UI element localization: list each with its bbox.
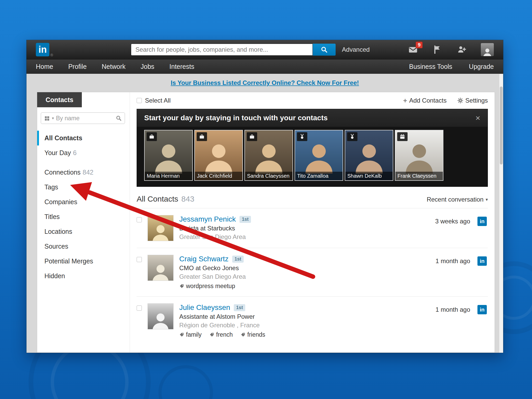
- advanced-search-link[interactable]: Advanced: [342, 46, 370, 53]
- nav-item-home[interactable]: Home: [36, 63, 53, 70]
- contact-tag[interactable]: wordpress meetup: [179, 283, 235, 290]
- contact-avatar: [148, 255, 174, 281]
- select-all-checkbox[interactable]: [137, 98, 142, 103]
- nav-left: Home Profile Network Jobs Interests: [36, 63, 194, 70]
- list-toolbar: Select All + Add Contacts Settings: [137, 92, 488, 109]
- linkedin-top-bar: in ® Advanced 9: [26, 40, 503, 59]
- promo-banner-link[interactable]: Is Your Business Listed Correctly Online…: [171, 79, 359, 87]
- contact-location: Greater San Diego Area: [179, 233, 251, 241]
- hero-contact-card[interactable]: Jack Critchfield: [194, 130, 243, 181]
- medal-icon: [297, 132, 307, 141]
- nav-item-jobs[interactable]: Jobs: [141, 63, 154, 70]
- contact-checkbox[interactable]: [137, 257, 142, 262]
- contact-meta: 3 weeks ago in: [435, 215, 488, 226]
- nav-right: Business Tools Upgrade: [409, 63, 494, 70]
- global-search: Advanced: [131, 44, 370, 56]
- list-count: 843: [181, 195, 194, 203]
- sidebar-item-sources[interactable]: Sources: [37, 239, 130, 254]
- linkedin-profile-icon[interactable]: in: [477, 305, 487, 314]
- contact-row[interactable]: Julie Claeyssen 1st Assistante at Alstom…: [137, 296, 488, 345]
- nav-item-profile[interactable]: Profile: [68, 63, 87, 70]
- sidebar-item-companies[interactable]: Companies: [37, 195, 130, 209]
- contact-name-link[interactable]: Julie Claeyssen: [179, 303, 230, 312]
- contacts-sidebar: Contacts ▾ All Contacts Your Day6: [37, 92, 130, 353]
- contact-row[interactable]: Craig Schwartz 1st CMO at Gecko Jones Gr…: [137, 248, 488, 296]
- contact-checkbox[interactable]: [137, 217, 142, 222]
- sidebar-item-your-day[interactable]: Your Day6: [37, 145, 130, 160]
- sidebar-item-locations[interactable]: Locations: [37, 224, 130, 239]
- main-navigation: Home Profile Network Jobs Interests Busi…: [26, 59, 503, 74]
- nav-item-interests[interactable]: Interests: [169, 63, 194, 70]
- search-icon[interactable]: [116, 115, 122, 121]
- hero-contact-card[interactable]: Frank Claeyssen: [395, 130, 443, 181]
- tag-icon: [179, 284, 184, 289]
- select-all-label: Select All: [145, 97, 171, 104]
- contact-headline: Barista at Starbucks: [179, 225, 251, 232]
- hero-contact-card[interactable]: Shawn DeKalb: [345, 130, 393, 181]
- contact-photo: [403, 140, 436, 174]
- scrollbar-thumb[interactable]: [500, 87, 503, 164]
- hero-contact-card[interactable]: Sandra Claeyssen: [244, 130, 293, 181]
- global-search-input[interactable]: [131, 44, 313, 56]
- search-button[interactable]: [313, 44, 336, 56]
- contact-location: Région de Grenoble , France: [179, 322, 265, 329]
- chevron-down-icon[interactable]: ▾: [52, 116, 54, 121]
- profile-avatar[interactable]: [481, 43, 494, 56]
- contact-checkbox[interactable]: [137, 305, 142, 311]
- search-icon: [321, 46, 328, 53]
- sort-dropdown[interactable]: Recent conversation ▾: [427, 196, 488, 203]
- sidebar-item-connections[interactable]: Connections842: [37, 165, 130, 180]
- contacts-tab[interactable]: Contacts: [37, 92, 82, 107]
- linkedin-logo[interactable]: in: [36, 43, 49, 56]
- list-title: All Contacts: [137, 195, 178, 203]
- linkedin-profile-icon[interactable]: in: [477, 256, 487, 266]
- contact-headline: Assistante at Alstom Power: [179, 313, 265, 320]
- last-contact-time: 3 weeks ago: [435, 218, 470, 225]
- plus-icon: +: [403, 97, 407, 105]
- degree-badge: 1st: [232, 256, 244, 263]
- add-connection-icon[interactable]: [456, 45, 467, 54]
- contact-row[interactable]: Jessamyn Penick 1st Barista at Starbucks…: [137, 208, 488, 248]
- flag-icon[interactable]: [432, 45, 443, 54]
- your-day-tiles: Maria Herman Jack Critchfield Sandra Cla: [137, 127, 488, 187]
- messages-icon[interactable]: 9: [408, 45, 418, 54]
- contacts-main: Select All + Add Contacts Settings: [130, 92, 495, 353]
- byname-search-input[interactable]: [56, 115, 114, 122]
- hero-contact-card[interactable]: Tito Zamalloa: [295, 130, 343, 181]
- degree-badge: 1st: [240, 216, 251, 223]
- contact-tag[interactable]: french: [209, 331, 233, 338]
- sidebar-item-hidden[interactable]: Hidden: [37, 269, 130, 283]
- scrollbar[interactable]: [499, 74, 503, 353]
- sidebar-item-tags[interactable]: Tags: [37, 180, 130, 195]
- contact-info: Julie Claeyssen 1st Assistante at Alstom…: [179, 303, 265, 338]
- nav-item-network[interactable]: Network: [102, 63, 126, 70]
- close-icon[interactable]: ×: [475, 114, 480, 122]
- linkedin-profile-icon[interactable]: in: [477, 217, 487, 226]
- promo-banner: Is Your Business Listed Correctly Online…: [26, 74, 503, 92]
- sidebar-item-titles[interactable]: Titles: [37, 209, 130, 224]
- contact-name-link[interactable]: Jessamyn Penick: [179, 215, 236, 223]
- slide-background: in ® Advanced 9: [0, 0, 532, 399]
- contact-tag[interactable]: family: [179, 331, 202, 338]
- sidebar-item-all-contacts[interactable]: All Contacts: [37, 131, 130, 145]
- contact-location: Greater San Diego Area: [179, 273, 246, 280]
- notification-badge: 9: [416, 42, 423, 48]
- sidebar-item-potential-merges[interactable]: Potential Merges: [37, 254, 130, 269]
- list-header: All Contacts 843 Recent conversation ▾: [137, 195, 488, 203]
- settings-button[interactable]: Settings: [457, 97, 488, 104]
- contact-tag[interactable]: friends: [241, 331, 265, 338]
- tag-icon: [179, 332, 184, 337]
- hero-contact-card[interactable]: Maria Herman: [144, 130, 193, 181]
- contact-name-link[interactable]: Craig Schwartz: [179, 255, 229, 263]
- byname-search-box: ▾: [41, 112, 125, 124]
- tag-icon: [209, 332, 214, 337]
- last-contact-time: 1 month ago: [436, 306, 470, 313]
- browser-window: in ® Advanced 9: [26, 40, 503, 353]
- contacts-grid-icon[interactable]: [44, 115, 50, 121]
- nav-item-upgrade[interactable]: Upgrade: [469, 63, 494, 70]
- nav-item-business-tools[interactable]: Business Tools: [409, 63, 452, 70]
- contact-photo: [302, 140, 336, 174]
- add-contacts-button[interactable]: + Add Contacts: [403, 97, 447, 105]
- contact-avatar: [148, 215, 174, 241]
- medal-icon: [347, 132, 357, 141]
